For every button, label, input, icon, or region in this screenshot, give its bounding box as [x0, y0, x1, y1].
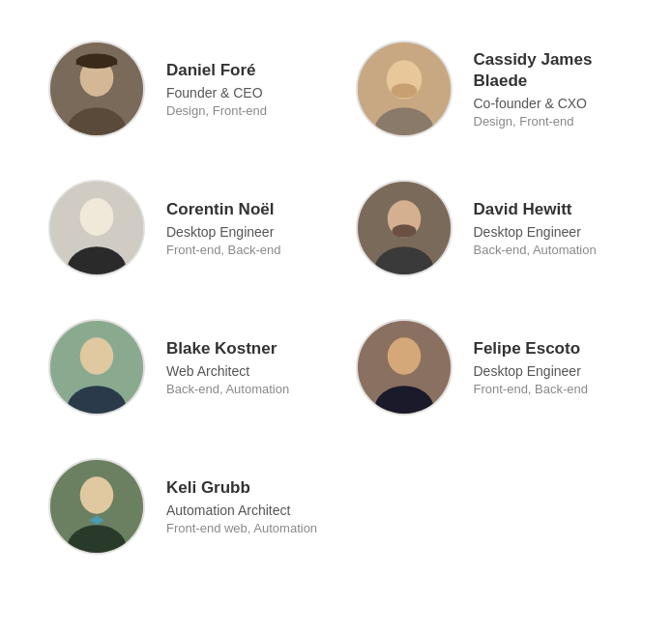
svg-point-25 [80, 476, 114, 513]
member-info-cassidy: Cassidy James BlaedeCo-founder & CXODesi… [474, 49, 625, 129]
member-info-felipe: Felipe EscotoDesktop EngineerFront-end, … [474, 338, 589, 396]
member-info-keli: Keli GrubbAutomation ArchitectFront-end … [166, 477, 317, 535]
member-name-cassidy: Cassidy James Blaede [474, 49, 625, 92]
team-member-felipe: Felipe EscotoDesktop EngineerFront-end, … [336, 298, 644, 437]
svg-point-9 [391, 83, 417, 98]
member-title-corentin: Desktop Engineer [166, 224, 281, 240]
avatar-corentin [48, 180, 145, 276]
avatar-keli [48, 458, 145, 555]
member-name-felipe: Felipe Escoto [474, 338, 589, 359]
team-member-david: David HewittDesktop EngineerBack-end, Au… [336, 158, 644, 298]
avatar-david [356, 180, 453, 276]
svg-point-13 [80, 198, 114, 235]
member-skills-david: Back-end, Automation [474, 243, 597, 257]
member-info-daniel: Daniel ForéFounder & CEODesign, Front-en… [166, 60, 267, 118]
svg-point-19 [80, 337, 114, 374]
member-info-blake: Blake KostnerWeb ArchitectBack-end, Auto… [166, 338, 289, 396]
team-member-blake: Blake KostnerWeb ArchitectBack-end, Auto… [29, 298, 336, 437]
member-title-david: Desktop Engineer [474, 224, 597, 240]
member-skills-daniel: Design, Front-end [166, 103, 267, 118]
member-title-blake: Web Architect [166, 363, 289, 379]
member-title-keli: Automation Architect [166, 503, 317, 518]
member-skills-felipe: Front-end, Back-end [474, 382, 589, 396]
member-title-cassidy: Co-founder & CXO [474, 96, 625, 111]
member-name-blake: Blake Kostner [166, 338, 289, 359]
svg-rect-5 [76, 59, 117, 65]
team-member-cassidy: Cassidy James BlaedeCo-founder & CXODesi… [336, 19, 644, 158]
member-title-felipe: Desktop Engineer [474, 363, 589, 379]
team-member-daniel: Daniel ForéFounder & CEODesign, Front-en… [29, 19, 336, 158]
avatar-felipe [356, 319, 453, 416]
member-name-corentin: Corentin Noël [166, 199, 281, 220]
member-name-david: David Hewitt [474, 199, 597, 220]
member-skills-blake: Back-end, Automation [166, 382, 289, 396]
team-grid: Daniel ForéFounder & CEODesign, Front-en… [29, 19, 643, 576]
avatar-blake [48, 319, 145, 416]
team-member-keli: Keli GrubbAutomation ArchitectFront-end … [29, 437, 643, 576]
avatar-cassidy [356, 41, 453, 137]
member-name-keli: Keli Grubb [166, 477, 317, 499]
member-title-daniel: Founder & CEO [166, 85, 267, 101]
member-info-corentin: Corentin NoëlDesktop EngineerFront-end, … [166, 199, 281, 257]
team-member-corentin: Corentin NoëlDesktop EngineerFront-end, … [29, 158, 336, 298]
svg-point-17 [392, 224, 416, 237]
avatar-daniel [48, 41, 145, 137]
svg-point-22 [387, 337, 421, 374]
member-skills-corentin: Front-end, Back-end [166, 243, 281, 257]
member-info-david: David HewittDesktop EngineerBack-end, Au… [474, 199, 597, 257]
member-skills-keli: Front-end web, Automation [166, 521, 317, 535]
member-skills-cassidy: Design, Front-end [474, 114, 625, 129]
member-name-daniel: Daniel Foré [166, 60, 267, 81]
